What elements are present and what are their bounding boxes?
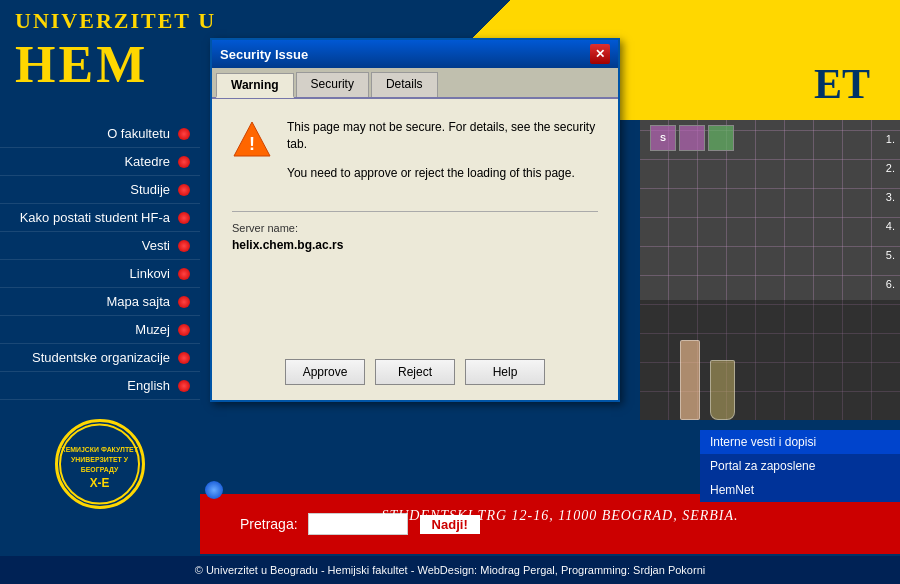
svg-text:ХЕМИЈСКИ ФАКУЛТЕТ: ХЕМИЈСКИ ФАКУЛТЕТ [61, 446, 139, 453]
nav-dot-7 [178, 324, 190, 336]
svg-text:УНИВЕРЗИТЕТ У: УНИВЕРЗИТЕТ У [71, 456, 129, 463]
nav-dot-3 [178, 212, 190, 224]
footer: © Univerzitet u Beogradu - Hemijski faku… [0, 556, 900, 584]
nav-label-5: Linkovi [130, 266, 170, 281]
nav-label-1: Katedre [124, 154, 170, 169]
tab-details[interactable]: Details [371, 72, 438, 97]
nav-dot-4 [178, 240, 190, 252]
svg-text:БЕОГРАДУ: БЕОГРАДУ [81, 465, 119, 473]
dialog-close-button[interactable]: ✕ [590, 44, 610, 64]
interne-item-1[interactable]: Portal za zaposlene [700, 454, 900, 478]
nav-item-6[interactable]: Mapa sajta [0, 288, 200, 316]
nav-item-7[interactable]: Muzej [0, 316, 200, 344]
reject-button[interactable]: Reject [375, 359, 455, 385]
nav-item-1[interactable]: Katedre [0, 148, 200, 176]
logo-circle: ХЕМИЈСКИ ФАКУЛТЕТ УНИВЕРЗИТЕТ У БЕОГРАДУ… [55, 419, 145, 509]
nav-label-6: Mapa sajta [106, 294, 170, 309]
site-title-2: Hem [15, 35, 148, 94]
nav-dot-0 [178, 128, 190, 140]
interne-item-2[interactable]: HemNet [700, 478, 900, 502]
nav-label-8: Studentske organizacije [32, 350, 170, 365]
nav-label-9: English [127, 378, 170, 393]
help-button[interactable]: Help [465, 359, 545, 385]
blue-circle-indicator [205, 481, 223, 499]
dialog-content: ! This page may not be secure. For detai… [212, 99, 618, 349]
nav-item-4[interactable]: Vesti [0, 232, 200, 260]
server-value: helix.chem.bg.ac.rs [232, 238, 598, 252]
nav-item-8[interactable]: Studentske organizacije [0, 344, 200, 372]
address-text: Studentski trg 12-16, 11000 Beograd, Ser… [230, 508, 890, 524]
nav-label-3: Kako postati student HF-a [20, 210, 170, 225]
site-title-1: Univerzitet u [15, 8, 216, 34]
nav-dot-5 [178, 268, 190, 280]
footer-text: © Univerzitet u Beogradu - Hemijski faku… [195, 564, 705, 576]
interne-dropdown: Interne vesti i dopisi Portal za zaposle… [700, 430, 900, 502]
warning-text-2: You need to approve or reject the loadin… [287, 165, 598, 182]
nav-label-2: Studije [130, 182, 170, 197]
approve-button[interactable]: Approve [285, 359, 365, 385]
warning-text-block: This page may not be secure. For details… [287, 119, 598, 181]
nav-label-7: Muzej [135, 322, 170, 337]
nav-item-3[interactable]: Kako postati student HF-a [0, 204, 200, 232]
warning-icon: ! [232, 119, 272, 159]
nav-item-5[interactable]: Linkovi [0, 260, 200, 288]
svg-text:!: ! [249, 134, 255, 154]
nav-dot-2 [178, 184, 190, 196]
periodic-table-area: 1.2.3.4.5.6. S [640, 120, 900, 420]
warning-row: ! This page may not be secure. For detai… [232, 119, 598, 181]
dialog-title: Security Issue [220, 47, 308, 62]
svg-text:Х-Е: Х-Е [90, 475, 110, 489]
server-label: Server name: [232, 222, 598, 234]
nav-item-0[interactable]: O fakultetu [0, 120, 200, 148]
nav-item-2[interactable]: Studije [0, 176, 200, 204]
nav-label-4: Vesti [142, 238, 170, 253]
interne-item-0[interactable]: Interne vesti i dopisi [700, 430, 900, 454]
nav-dot-1 [178, 156, 190, 168]
tab-warning[interactable]: Warning [216, 73, 294, 98]
dialog-tabs: Warning Security Details [212, 68, 618, 99]
search-area: Pretraga: Nadji! [200, 494, 900, 554]
nav-label-0: O fakultetu [107, 126, 170, 141]
svg-point-0 [60, 424, 139, 503]
warning-text-1: This page may not be secure. For details… [287, 119, 598, 153]
dialog-titlebar: Security Issue ✕ [212, 40, 618, 68]
nav-item-9[interactable]: English [0, 372, 200, 400]
site-title-3: ET [814, 60, 870, 108]
nav-dot-9 [178, 380, 190, 392]
tab-security[interactable]: Security [296, 72, 369, 97]
server-section: Server name: helix.chem.bg.ac.rs [232, 211, 598, 252]
nav-dot-6 [178, 296, 190, 308]
dialog-buttons: Approve Reject Help [212, 349, 618, 400]
security-dialog[interactable]: Security Issue ✕ Warning Security Detail… [210, 38, 620, 402]
nav-dot-8 [178, 352, 190, 364]
logo-area: ХЕМИЈСКИ ФАКУЛТЕТ УНИВЕРЗИТЕТ У БЕОГРАДУ… [0, 404, 200, 524]
